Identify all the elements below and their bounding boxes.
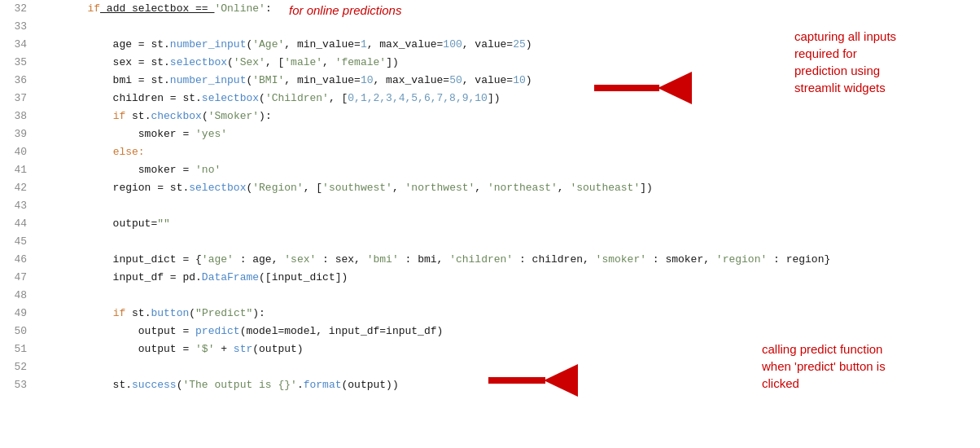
line-content: smoker = 'no' [37, 161, 980, 179]
annotation-top: for online predictions [289, 3, 401, 17]
line-content: if add_selectbox == 'Online': [37, 0, 980, 18]
line-number: 38 [0, 108, 37, 125]
line-number: 36 [0, 72, 37, 90]
code-line: 46 input_dict = {'age' : age, 'sex' : se… [0, 251, 980, 269]
arrow-bottom [488, 364, 578, 397]
code-line: 50 output = predict(model=model, input_d… [0, 323, 980, 340]
code-line: 45 [0, 233, 980, 251]
line-number: 53 [0, 376, 37, 394]
code-line: 40 else: [0, 143, 980, 161]
line-number: 33 [0, 18, 37, 36]
code-line: 48 [0, 287, 980, 305]
line-content: input_df = pd.DataFrame([input_dict]) [37, 269, 980, 287]
line-number: 44 [0, 215, 37, 233]
annotation-bottom: calling predict function when 'predict' … [762, 340, 973, 392]
arrow-mid [594, 72, 692, 104]
line-content: output = predict(model=model, input_df=i… [37, 323, 980, 340]
line-number: 49 [0, 305, 37, 323]
code-line: 49 if st.button("Predict"): [0, 305, 980, 323]
line-content: output="" [37, 215, 980, 233]
line-number: 45 [0, 233, 37, 251]
code-line: 47 input_df = pd.DataFrame([input_dict]) [0, 269, 980, 287]
line-number: 43 [0, 197, 37, 215]
line-number: 40 [0, 143, 37, 161]
code-line: 39 smoker = 'yes' [0, 125, 980, 143]
code-line: 41 smoker = 'no' [0, 161, 980, 179]
code-editor: 32 if add_selectbox == 'Online':3334 age… [0, 0, 980, 448]
line-content: else: [37, 143, 980, 161]
code-line: 43 [0, 197, 980, 215]
line-number: 34 [0, 36, 37, 54]
line-number: 32 [0, 0, 37, 18]
line-content: if st.checkbox('Smoker'): [37, 108, 980, 125]
line-number: 48 [0, 287, 37, 305]
annotation-mid: capturing all inputs required for predic… [794, 28, 973, 96]
line-number: 41 [0, 161, 37, 179]
line-number: 52 [0, 358, 37, 376]
code-line: 42 region = st.selectbox('Region', ['sou… [0, 179, 980, 197]
line-content: input_dict = {'age' : age, 'sex' : sex, … [37, 251, 980, 269]
line-number: 46 [0, 251, 37, 269]
line-number: 37 [0, 90, 37, 108]
line-content: smoker = 'yes' [37, 125, 980, 143]
line-number: 50 [0, 323, 37, 340]
code-line: 38 if st.checkbox('Smoker'): [0, 108, 980, 125]
code-line: 32 if add_selectbox == 'Online': [0, 0, 980, 18]
line-number: 42 [0, 179, 37, 197]
line-number: 39 [0, 125, 37, 143]
line-number: 35 [0, 54, 37, 72]
line-content: if st.button("Predict"): [37, 305, 980, 323]
line-number: 47 [0, 269, 37, 287]
line-number: 51 [0, 340, 37, 358]
line-content: region = st.selectbox('Region', ['southw… [37, 179, 980, 197]
code-line: 44 output="" [0, 215, 980, 233]
